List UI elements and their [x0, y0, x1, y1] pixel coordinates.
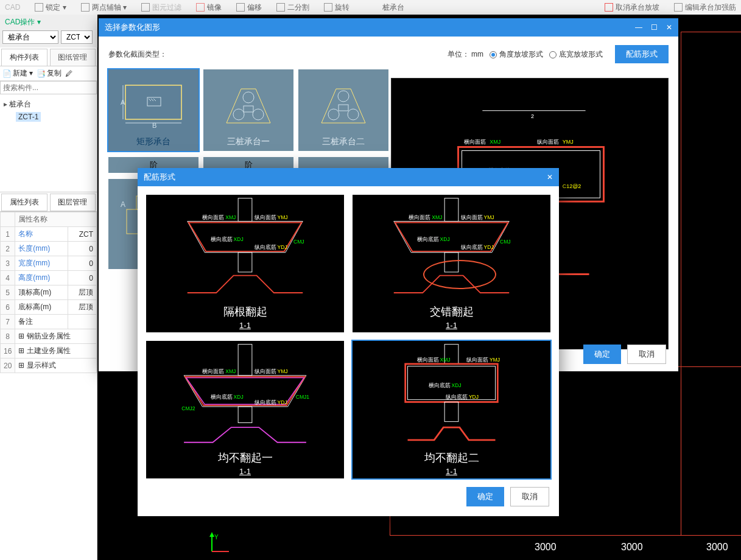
mirror-icon — [196, 3, 205, 12]
svg-text:纵向底筋: 纵向底筋 — [255, 244, 276, 250]
svg-text:横向面筋: 横向面筋 — [417, 357, 439, 363]
svg-text:纵向底筋: 纵向底筋 — [255, 399, 276, 405]
tab-drawings[interactable]: 图纸管理 — [50, 49, 96, 66]
svg-text:CMJ: CMJ — [293, 239, 304, 245]
svg-point-13 — [243, 92, 254, 103]
modal1-titlebar[interactable]: 选择参数化图形 — ☐ ✕ — [99, 18, 678, 37]
cad-menu[interactable]: CAD操作 ▾ — [0, 15, 97, 29]
shape-tri2[interactable]: 三桩承台二 — [298, 69, 388, 151]
modal1-ok-button[interactable]: 确定 — [583, 345, 621, 364]
ribbon-pilecap[interactable]: 桩承台 — [382, 2, 404, 13]
dim-3: 3000 — [706, 542, 728, 553]
svg-text:XMJ: XMJ — [225, 368, 236, 374]
filter-icon — [141, 3, 150, 12]
radio-width[interactable] — [549, 51, 557, 58]
table-row[interactable]: 1名称ZCT — [1, 227, 97, 242]
svg-text:XDJ: XDJ — [234, 394, 244, 400]
svg-text:横向底筋: 横向底筋 — [417, 236, 439, 242]
tab-components[interactable]: 构件列表 — [1, 49, 47, 66]
radio-angle[interactable] — [490, 51, 497, 58]
table-row[interactable]: 4高度(mm)0 — [1, 271, 97, 285]
new-button[interactable]: 📄 新建 ▾ — [2, 68, 33, 79]
modal1-cancel-button[interactable]: 取消 — [627, 345, 666, 364]
svg-text:纵向底筋: 纵向底筋 — [446, 394, 468, 400]
svg-text:纵向面筋: 纵向面筋 — [537, 139, 559, 145]
ribbon-split[interactable]: 二分割 — [276, 2, 309, 13]
combo-category[interactable]: 桩承台 — [2, 30, 58, 44]
svg-text:横向面筋: 横向面筋 — [409, 214, 430, 220]
tree-root[interactable]: 桩承台 — [4, 99, 93, 110]
close-icon[interactable]: ✕ — [547, 173, 553, 181]
annotation-ellipse — [423, 260, 496, 289]
ribbon-edit-rebar[interactable]: 编辑承台加强筋 — [674, 2, 736, 13]
ribbon-mirror[interactable]: 镜像 — [196, 2, 222, 13]
svg-text:纵向面筋: 纵向面筋 — [255, 368, 276, 374]
ribbon-bar: CAD 锁定 ▾ 两点辅轴 ▾ 图元过滤 镜像 偏移 二分割 旋转 桩承台 取消… — [0, 0, 741, 15]
tree-child[interactable]: ZCT-1 — [16, 112, 41, 122]
edit-rebar-icon — [674, 3, 683, 12]
shape-rect[interactable]: A B 矩形承台 — [108, 69, 198, 151]
svg-text:YDJ: YDJ — [278, 244, 287, 250]
ribbon-lock[interactable]: 锁定 ▾ — [35, 2, 66, 13]
svg-rect-37 — [238, 198, 252, 222]
svg-text:纵向面筋: 纵向面筋 — [461, 214, 483, 220]
svg-text:YMJ: YMJ — [563, 139, 574, 145]
shape-tri1[interactable]: 三桩承台一 — [203, 69, 293, 151]
rebar-option-3[interactable]: 横向面筋XMJ 纵向面筋YMJ 横向底筋XDJ 纵向底筋YDJ CMJ2 CMJ… — [146, 341, 344, 478]
lock-icon — [35, 3, 43, 12]
ribbon-aux[interactable]: 两点辅轴 ▾ — [81, 2, 127, 13]
svg-rect-63 — [238, 345, 252, 376]
svg-text:CMJ2: CMJ2 — [181, 405, 195, 411]
svg-text:XDJ: XDJ — [440, 236, 450, 242]
table-row[interactable]: 2长度(mm)0 — [1, 242, 97, 256]
component-tree[interactable]: 桩承台 ZCT-1 — [0, 94, 97, 192]
rebar-option-4[interactable]: 横向面筋XMJ 纵向面筋YMJ 横向底筋XDJ 纵向底筋YDJ 均不翻起二 1-… — [353, 341, 550, 478]
svg-text:Y: Y — [214, 534, 219, 541]
svg-rect-19 — [339, 105, 348, 111]
svg-text:YMJ: YMJ — [484, 214, 494, 220]
svg-text:C12@2: C12@2 — [563, 183, 581, 189]
axis-icon: Y — [207, 532, 231, 556]
table-row[interactable]: 8⊞ 钢筋业务属性 — [1, 329, 97, 344]
svg-text:2: 2 — [531, 113, 534, 119]
component-toolbar: 📄 新建 ▾ 📑 复制 🖉 — [0, 66, 97, 81]
search-input[interactable] — [0, 81, 97, 94]
tab-layers[interactable]: 图层管理 — [50, 194, 96, 211]
combo-item[interactable]: ZCT-1 — [61, 30, 93, 44]
rebar-option-1[interactable]: 横向面筋XMJ 纵向面筋YMJ 横向底筋XDJ 纵向底筋YDJ CMJ 隔根翻起… — [146, 195, 344, 332]
close-icon[interactable]: ✕ — [666, 23, 672, 32]
maximize-icon[interactable]: ☐ — [651, 23, 658, 32]
svg-point-16 — [328, 109, 339, 120]
svg-text:纵向面筋: 纵向面筋 — [255, 214, 276, 220]
svg-text:横向面筋: 横向面筋 — [202, 214, 224, 220]
svg-rect-4 — [125, 85, 181, 119]
modal2-ok-button[interactable]: 确定 — [466, 487, 504, 506]
ribbon-filter[interactable]: 图元过滤 — [141, 2, 181, 13]
ribbon-rotate[interactable]: 旋转 — [324, 2, 349, 13]
table-row[interactable]: 20⊞ 显示样式 — [1, 359, 97, 373]
modal2-titlebar[interactable]: 配筋形式 ✕ — [138, 168, 559, 186]
svg-rect-5 — [147, 97, 161, 106]
table-row[interactable]: 7备注 — [1, 315, 97, 329]
ribbon-cad: CAD — [5, 3, 20, 12]
svg-rect-14 — [244, 106, 253, 112]
rebar-style-button[interactable]: 配筋形式 — [615, 45, 669, 63]
minimize-icon[interactable]: — — [635, 23, 642, 32]
ribbon-cancel-slope[interactable]: 取消承台放坡 — [605, 2, 659, 13]
rebar-option-2[interactable]: 横向面筋XMJ 纵向面筋YMJ 横向底筋XDJ 纵向底筋YDJ CMJ 交错翻起… — [353, 195, 550, 332]
table-row[interactable]: 16⊞ 土建业务属性 — [1, 344, 97, 359]
left-panel: 构件列表 图纸管理 📄 新建 ▾ 📑 复制 🖉 桩承台 ZCT-1 属性列表 图… — [0, 47, 97, 560]
combo-row: 桩承台 ZCT-1 — [2, 30, 93, 44]
table-row[interactable]: 3宽度(mm)0 — [1, 256, 97, 271]
svg-point-12 — [253, 109, 264, 120]
modal2-cancel-button[interactable]: 取消 — [510, 487, 549, 506]
copy-button[interactable]: 📑 复制 — [37, 68, 61, 79]
table-row[interactable]: 6底标高(m)层顶 — [1, 300, 97, 315]
svg-text:纵向底筋: 纵向底筋 — [461, 244, 483, 250]
ribbon-offset[interactable]: 偏移 — [236, 2, 262, 13]
split-icon — [276, 3, 285, 12]
table-row[interactable]: 5顶标高(m)层顶 — [1, 285, 97, 300]
svg-rect-40 — [238, 253, 252, 272]
tab-properties[interactable]: 属性列表 — [1, 194, 47, 211]
del-button[interactable]: 🖉 — [65, 69, 72, 78]
